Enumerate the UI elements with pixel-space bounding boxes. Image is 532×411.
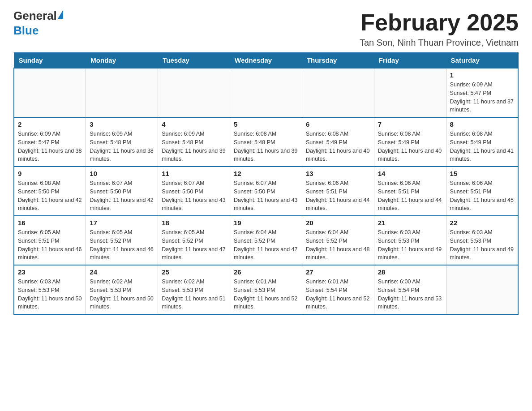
- table-row: 7Sunrise: 6:08 AMSunset: 5:49 PMDaylight…: [374, 117, 446, 167]
- calendar-week-row: 16Sunrise: 6:05 AMSunset: 5:51 PMDayligh…: [14, 216, 518, 265]
- day-number: 18: [162, 219, 226, 227]
- day-info: Sunrise: 6:03 AMSunset: 5:53 PMDaylight:…: [378, 228, 442, 262]
- day-info: Sunrise: 6:08 AMSunset: 5:49 PMDaylight:…: [378, 130, 442, 163]
- table-row: 13Sunrise: 6:06 AMSunset: 5:51 PMDayligh…: [302, 167, 374, 216]
- logo: General Blue: [13, 9, 63, 38]
- day-info: Sunrise: 6:08 AMSunset: 5:48 PMDaylight:…: [234, 130, 298, 163]
- table-row: 3Sunrise: 6:09 AMSunset: 5:48 PMDaylight…: [86, 117, 158, 167]
- day-number: 8: [450, 120, 514, 128]
- table-row: 12Sunrise: 6:07 AMSunset: 5:50 PMDayligh…: [230, 167, 302, 216]
- table-row: 26Sunrise: 6:01 AMSunset: 5:53 PMDayligh…: [230, 265, 302, 314]
- day-info: Sunrise: 6:04 AMSunset: 5:52 PMDaylight:…: [234, 228, 298, 262]
- day-info: Sunrise: 6:08 AMSunset: 5:49 PMDaylight:…: [306, 130, 370, 163]
- day-number: 3: [90, 120, 154, 128]
- table-row: [14, 68, 86, 117]
- day-number: 19: [234, 219, 298, 227]
- day-number: 22: [450, 219, 514, 227]
- table-row: 8Sunrise: 6:08 AMSunset: 5:49 PMDaylight…: [446, 117, 518, 167]
- day-info: Sunrise: 6:07 AMSunset: 5:50 PMDaylight:…: [234, 179, 298, 213]
- day-number: 28: [378, 268, 442, 276]
- day-info: Sunrise: 6:09 AMSunset: 5:47 PMDaylight:…: [450, 81, 514, 114]
- table-row: 21Sunrise: 6:03 AMSunset: 5:53 PMDayligh…: [374, 216, 446, 265]
- day-info: Sunrise: 6:06 AMSunset: 5:51 PMDaylight:…: [378, 179, 442, 213]
- calendar-week-row: 2Sunrise: 6:09 AMSunset: 5:47 PMDaylight…: [14, 117, 518, 167]
- calendar-week-row: 1Sunrise: 6:09 AMSunset: 5:47 PMDaylight…: [14, 68, 518, 117]
- table-row: 28Sunrise: 6:00 AMSunset: 5:54 PMDayligh…: [374, 265, 446, 314]
- day-info: Sunrise: 6:08 AMSunset: 5:50 PMDaylight:…: [18, 179, 82, 213]
- day-info: Sunrise: 6:06 AMSunset: 5:51 PMDaylight:…: [306, 179, 370, 213]
- logo-general-text: General: [13, 9, 57, 23]
- day-info: Sunrise: 6:04 AMSunset: 5:52 PMDaylight:…: [306, 228, 370, 262]
- day-number: 26: [234, 268, 298, 276]
- day-info: Sunrise: 6:09 AMSunset: 5:47 PMDaylight:…: [18, 130, 82, 163]
- day-info: Sunrise: 6:01 AMSunset: 5:53 PMDaylight:…: [234, 278, 298, 311]
- day-number: 1: [450, 71, 514, 79]
- header-thursday: Thursday: [302, 53, 374, 68]
- table-row: [374, 68, 446, 117]
- day-number: 27: [306, 268, 370, 276]
- table-row: [446, 265, 518, 314]
- day-number: 9: [18, 170, 82, 177]
- day-number: 5: [234, 120, 298, 128]
- table-row: 23Sunrise: 6:03 AMSunset: 5:53 PMDayligh…: [14, 265, 86, 314]
- table-row: 20Sunrise: 6:04 AMSunset: 5:52 PMDayligh…: [302, 216, 374, 265]
- day-number: 4: [162, 120, 226, 128]
- day-info: Sunrise: 6:05 AMSunset: 5:52 PMDaylight:…: [90, 228, 154, 262]
- day-info: Sunrise: 6:00 AMSunset: 5:54 PMDaylight:…: [378, 278, 442, 311]
- table-row: 9Sunrise: 6:08 AMSunset: 5:50 PMDaylight…: [14, 167, 86, 216]
- day-number: 17: [90, 219, 154, 227]
- table-row: 1Sunrise: 6:09 AMSunset: 5:47 PMDaylight…: [446, 68, 518, 117]
- day-number: 15: [450, 170, 514, 177]
- page-header: General Blue February 2025 Tan Son, Ninh…: [13, 9, 519, 48]
- table-row: 22Sunrise: 6:03 AMSunset: 5:53 PMDayligh…: [446, 216, 518, 265]
- day-info: Sunrise: 6:07 AMSunset: 5:50 PMDaylight:…: [162, 179, 226, 213]
- day-info: Sunrise: 6:07 AMSunset: 5:50 PMDaylight:…: [90, 179, 154, 213]
- calendar-table: Sunday Monday Tuesday Wednesday Thursday…: [13, 52, 519, 315]
- table-row: 2Sunrise: 6:09 AMSunset: 5:47 PMDaylight…: [14, 117, 86, 167]
- day-number: 23: [18, 268, 82, 276]
- table-row: 6Sunrise: 6:08 AMSunset: 5:49 PMDaylight…: [302, 117, 374, 167]
- day-number: 20: [306, 219, 370, 227]
- day-info: Sunrise: 6:09 AMSunset: 5:48 PMDaylight:…: [90, 130, 154, 163]
- table-row: 15Sunrise: 6:06 AMSunset: 5:51 PMDayligh…: [446, 167, 518, 216]
- table-row: 5Sunrise: 6:08 AMSunset: 5:48 PMDaylight…: [230, 117, 302, 167]
- table-row: [158, 68, 230, 117]
- day-number: 21: [378, 219, 442, 227]
- logo-blue-text: Blue: [13, 24, 39, 38]
- day-number: 16: [18, 219, 82, 227]
- table-row: 16Sunrise: 6:05 AMSunset: 5:51 PMDayligh…: [14, 216, 86, 265]
- table-row: [86, 68, 158, 117]
- table-row: 19Sunrise: 6:04 AMSunset: 5:52 PMDayligh…: [230, 216, 302, 265]
- header-monday: Monday: [86, 53, 158, 68]
- table-row: 17Sunrise: 6:05 AMSunset: 5:52 PMDayligh…: [86, 216, 158, 265]
- location-title: Tan Son, Ninh Thuan Province, Vietnam: [360, 38, 519, 48]
- header-tuesday: Tuesday: [158, 53, 230, 68]
- day-info: Sunrise: 6:08 AMSunset: 5:49 PMDaylight:…: [450, 130, 514, 163]
- table-row: 25Sunrise: 6:02 AMSunset: 5:53 PMDayligh…: [158, 265, 230, 314]
- day-number: 25: [162, 268, 226, 276]
- table-row: 4Sunrise: 6:09 AMSunset: 5:48 PMDaylight…: [158, 117, 230, 167]
- day-number: 6: [306, 120, 370, 128]
- day-number: 2: [18, 120, 82, 128]
- table-row: 18Sunrise: 6:05 AMSunset: 5:52 PMDayligh…: [158, 216, 230, 265]
- logo-triangle-icon: [58, 10, 63, 19]
- table-row: 10Sunrise: 6:07 AMSunset: 5:50 PMDayligh…: [86, 167, 158, 216]
- day-number: 13: [306, 170, 370, 177]
- table-row: 11Sunrise: 6:07 AMSunset: 5:50 PMDayligh…: [158, 167, 230, 216]
- table-row: 14Sunrise: 6:06 AMSunset: 5:51 PMDayligh…: [374, 167, 446, 216]
- day-info: Sunrise: 6:05 AMSunset: 5:51 PMDaylight:…: [18, 228, 82, 262]
- day-info: Sunrise: 6:09 AMSunset: 5:48 PMDaylight:…: [162, 130, 226, 163]
- day-number: 12: [234, 170, 298, 177]
- day-info: Sunrise: 6:01 AMSunset: 5:54 PMDaylight:…: [306, 278, 370, 311]
- calendar-week-row: 9Sunrise: 6:08 AMSunset: 5:50 PMDaylight…: [14, 167, 518, 216]
- day-number: 14: [378, 170, 442, 177]
- month-title: February 2025: [360, 9, 519, 36]
- day-number: 10: [90, 170, 154, 177]
- day-number: 11: [162, 170, 226, 177]
- table-row: [230, 68, 302, 117]
- day-info: Sunrise: 6:03 AMSunset: 5:53 PMDaylight:…: [18, 278, 82, 311]
- header-wednesday: Wednesday: [230, 53, 302, 68]
- title-section: February 2025 Tan Son, Ninh Thuan Provin…: [360, 9, 519, 48]
- weekday-header-row: Sunday Monday Tuesday Wednesday Thursday…: [14, 53, 518, 68]
- calendar-week-row: 23Sunrise: 6:03 AMSunset: 5:53 PMDayligh…: [14, 265, 518, 314]
